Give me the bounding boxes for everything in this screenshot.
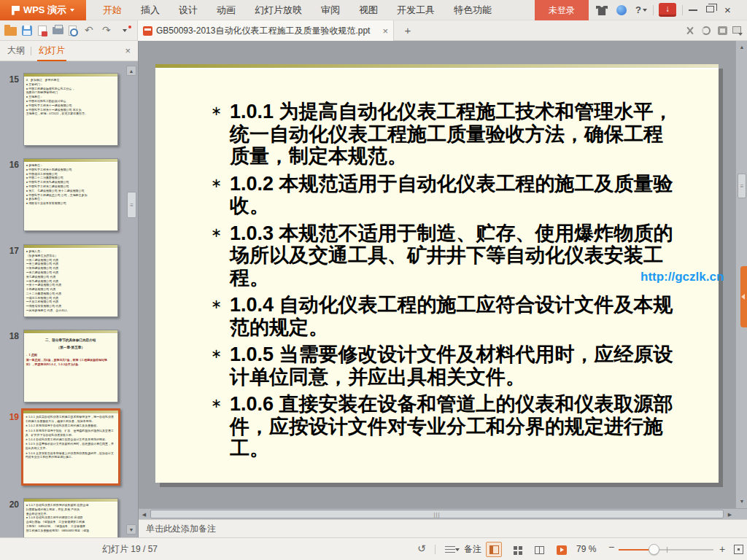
- tab-slides[interactable]: 幻灯片: [37, 41, 66, 61]
- export-pdf-icon[interactable]: [38, 26, 47, 36]
- thumbnail-section: 。1 总则: [26, 353, 115, 357]
- minimize-button[interactable]: [689, 9, 697, 11]
- sidebar-scroll-down-icon[interactable]: ▼: [126, 524, 136, 534]
- bullet-marker-icon: ∗: [26, 424, 28, 427]
- bullet-marker-icon: ∗: [26, 416, 28, 419]
- ribbon-tab[interactable]: 开发工具: [387, 0, 444, 20]
- scroll-left-icon[interactable]: ◀: [139, 509, 150, 520]
- slideshow-button[interactable]: [553, 542, 569, 557]
- slide-sorter-icon: [514, 546, 517, 550]
- print-preview-icon[interactable]: [69, 26, 77, 36]
- thumbnail-content: ● 参编人员：（按参编单位为序排名）一第二建设有限公司 代表一第三建设有限公司 …: [24, 249, 117, 314]
- wps-menu-button[interactable]: WPS 演示: [0, 0, 86, 20]
- ribbon-tab[interactable]: 插入: [131, 0, 169, 20]
- ribbon-tab-bar: 开始插入设计动画幻灯片放映审阅视图开发工具特色功能: [93, 0, 501, 20]
- bullet-marker-icon: ∗: [211, 346, 222, 361]
- slide-text-block[interactable]: ∗ 1.0.1 为提高自动化仪表工程施工技术和管理水平，统一自动化仪表工程施工质…: [230, 101, 676, 465]
- bullet-text: 1.0.5 当需要修改设计文件及材料代用时，应经原设计单位同意，并应出具相关文件…: [230, 343, 673, 388]
- reading-view-button[interactable]: [531, 542, 547, 557]
- slide-thumbnail-16[interactable]: ● 参编单位：● 中国化学工程第十四建设有限公司● 中国成达工程有限公司● 中国…: [23, 158, 118, 231]
- sync-icon[interactable]: [702, 26, 711, 35]
- help-button[interactable]: ?: [635, 4, 647, 15]
- close-sidebar-icon[interactable]: ×: [125, 45, 131, 56]
- slideshow-play-icon: [557, 545, 567, 555]
- notes-toggle-label[interactable]: 备注: [464, 538, 481, 560]
- slide-bullet: ∗ 1.0.1 为提高自动化仪表工程施工技术和管理水平，统一自动化仪表工程施工质…: [230, 101, 676, 168]
- ribbon-tab[interactable]: 幻灯片放映: [245, 0, 311, 20]
- customize-toolbar-icon[interactable]: [123, 29, 127, 32]
- slide-thumbnail-15[interactable]: 4、参加修订、参审的单位● 主管部门：● 中国工程建设标准化协会化工分会， 负责…: [23, 73, 118, 146]
- fit-to-window-icon[interactable]: [734, 545, 743, 554]
- print-icon[interactable]: [53, 27, 63, 34]
- undo-icon[interactable]: ↶: [85, 24, 93, 36]
- slide-thumbnail-17[interactable]: ● 参编人员：（按参编单位为序排名）一第二建设有限公司 代表一第三建设有限公司 …: [23, 244, 118, 317]
- ribbon-tab[interactable]: 特色功能: [444, 0, 501, 20]
- slide-sorter-view-button[interactable]: [509, 542, 525, 557]
- slide-canvas[interactable]: ∗ 1.0.1 为提高自动化仪表工程施工技术和管理水平，统一自动化仪表工程施工质…: [155, 64, 719, 483]
- login-button[interactable]: 未登录: [535, 0, 589, 20]
- save-icon[interactable]: [22, 26, 32, 36]
- open-file-icon[interactable]: [4, 27, 17, 36]
- thumbnail-text-line: 主编单位，邮编：072022，欢迎大家监督指导。: [26, 112, 115, 116]
- thumbnail-number: 20: [3, 499, 19, 510]
- thumbnail-content: ● 参编单位：● 中国化学工程第十四建设有限公司● 中国成达工程有限公司● 中国…: [24, 163, 117, 206]
- sidebar-scrollbar-thumb[interactable]: ≡: [127, 192, 136, 218]
- download-button[interactable]: ↓: [659, 3, 676, 17]
- slide-bullet: ∗ 1.0.6 直接安装在设备和管道上的仪表和仪表取源部件，应按设计文件对专业分…: [230, 393, 676, 460]
- slide-bullet: ∗ 1.0.4 自动化仪表工程的施工应符合设计文件及本规范的规定。: [230, 294, 676, 338]
- thumbnail-content: ∗ 1.0.1 为提高自动化仪表工程施工技术和管理水平，统一自动化仪表工程施工质…: [23, 414, 118, 461]
- scroll-down-icon[interactable]: ▼: [737, 497, 747, 507]
- slide-thumbnail-19-selected[interactable]: ∗ 1.0.1 为提高自动化仪表工程施工技术和管理水平，统一自动化仪表工程施工质…: [21, 408, 120, 486]
- collapse-side-panel-tab[interactable]: [740, 266, 747, 327]
- restore-button[interactable]: [706, 6, 714, 12]
- reading-view-icon: [535, 546, 544, 554]
- thumbnail-subtitle: （第一章-第五章）: [26, 346, 115, 351]
- ribbon-tab[interactable]: 审阅: [311, 0, 349, 20]
- document-tab[interactable]: GB50093-2013自动化仪表工程施工及质量验收规范.ppt ×: [137, 20, 394, 41]
- tools-icon[interactable]: [686, 26, 694, 35]
- thumbnail-bullet: ∗ 1.0.3 本规范不适用于制造、贮存、使用爆炸物质的场所以及交通工具、矿井井…: [26, 429, 116, 437]
- slide-panel-sidebar: 大纲 幻灯片 × 15 4、参加修订、参审的单位● 主管部门：● 中国工程建设标…: [0, 41, 139, 537]
- bullet-text: 1.0.6 直接安装在设备和管道上的仪表和仪表取源部件，应按设计文件对专业分工和…: [230, 393, 673, 459]
- wps-logo-icon: [12, 6, 20, 15]
- vertical-scrollbar-thumb[interactable]: ≡: [738, 174, 746, 198]
- divider: [653, 5, 654, 15]
- sidebar-tab-bar: 大纲 幻灯片 ×: [0, 41, 138, 61]
- slide-thumbnail-18[interactable]: 二、部分章节的具体修订内容介绍 （第一章-第五章） 。1 总则 第一章总则，共6…: [23, 330, 118, 402]
- tab-outline[interactable]: 大纲: [7, 44, 25, 57]
- zoom-level-label: 79 %: [576, 538, 596, 560]
- slide-editor-area[interactable]: ∗ 1.0.1 为提高自动化仪表工程施工技术和管理水平，统一自动化仪表工程施工质…: [139, 41, 747, 508]
- horizontal-scrollbar-thumb[interactable]: |||: [150, 510, 724, 518]
- scroll-right-icon[interactable]: ▶: [724, 509, 735, 520]
- slide-thumbnail-20[interactable]: ● 1.0.7 自动化仪表工程所用的设备材料 应符合现行国家标准的有关规定，并应…: [23, 498, 118, 537]
- horizontal-scrollbar[interactable]: ◀ ||| ▶: [139, 508, 747, 519]
- ribbon-tab[interactable]: 动画: [207, 0, 245, 20]
- bullet-text: 1.0.1 为提高自动化仪表工程施工技术和管理水平，统一自动化仪表工程施工质量验…: [230, 101, 673, 167]
- sidebar-scroll-up-icon[interactable]: ▲: [126, 66, 136, 76]
- zoom-out-icon[interactable]: −: [608, 541, 614, 553]
- thumbnail-number: 15: [3, 74, 19, 85]
- slide-accent-band: [155, 64, 719, 69]
- history-icon[interactable]: ↺: [417, 542, 426, 554]
- zoom-slider-thumb[interactable]: [649, 544, 659, 555]
- ribbon-tab[interactable]: 开始: [93, 0, 131, 20]
- notes-input-area[interactable]: 单击此处添加备注: [139, 519, 747, 537]
- skin-icon[interactable]: [596, 6, 608, 15]
- redo-icon[interactable]: ↷: [102, 24, 111, 36]
- ribbon-tab[interactable]: 设计: [169, 0, 207, 20]
- normal-view-button[interactable]: [486, 542, 502, 557]
- zoom-slider[interactable]: [619, 538, 713, 560]
- zoom-in-icon[interactable]: +: [719, 543, 725, 555]
- feedback-icon[interactable]: [616, 5, 627, 15]
- close-tab-icon[interactable]: ×: [382, 26, 388, 36]
- task-panel-icon[interactable]: [718, 26, 727, 35]
- new-tab-button[interactable]: +: [400, 23, 415, 38]
- thumbnail-number-selected: 19: [3, 412, 19, 422]
- notes-toggle-icon[interactable]: [445, 546, 455, 553]
- close-button[interactable]: ×: [724, 3, 731, 18]
- help-icon: ?: [635, 4, 641, 15]
- scroll-up-icon[interactable]: ▲: [737, 42, 747, 52]
- thumbnail-text-line: 1.0.1 为提高自动化仪表工程施工技术和管理水平，统一自动化仪表工程施工质量验…: [26, 416, 114, 423]
- window-switch-icon[interactable]: [732, 26, 741, 34]
- ribbon-tab[interactable]: 视图: [349, 0, 387, 20]
